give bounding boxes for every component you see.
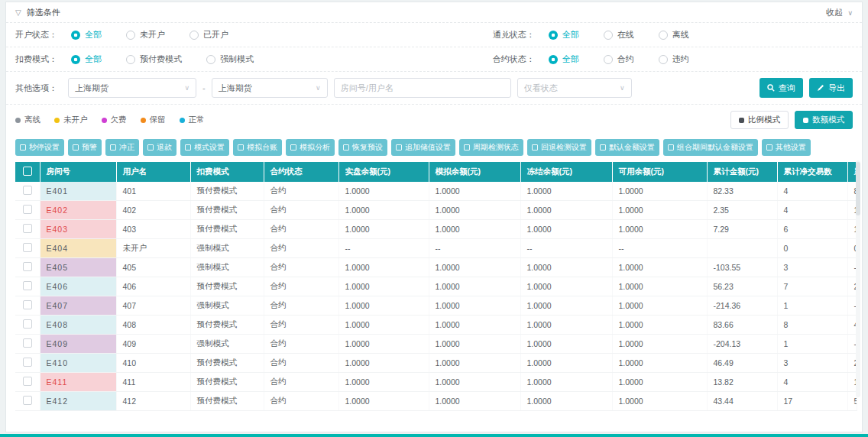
vertical-scrollbar[interactable] [856,160,860,397]
row-checkbox[interactable] [23,358,32,367]
fee-mode-cell: 强制模式 [190,258,264,277]
row-checkbox[interactable] [23,205,32,214]
balance-1-cell: 1.0000 [338,182,429,201]
radio-icon [71,55,80,64]
accounts-table: 房间号用户名扣费模式合约状态实盘余额(元)模拟余额(元)冻结余额(元)可用余额(… [15,162,857,411]
search-icon [767,84,775,92]
toolbar-button[interactable]: 默认金额设置 [595,139,659,156]
balance-2-cell: 1.0000 [429,316,520,335]
total-amount-cell: -103.55 [707,258,777,277]
radio-icon [549,31,558,40]
total-amount-cell: 46.49 [707,354,777,373]
legend-label: 未开户 [63,115,88,125]
scrollbar-thumb[interactable] [856,162,860,215]
radio-option[interactable]: 违约 [659,53,689,65]
balance-2-cell: 1.0000 [429,354,520,373]
toolbar-button[interactable]: 秒停设置 [15,139,64,156]
row-checkbox-cell [15,239,40,258]
toolbar-button[interactable]: 恢复预设 [338,139,387,156]
toolbar-button[interactable]: 预警 [68,139,102,156]
table-header-row: 房间号用户名扣费模式合约状态实盘余额(元)模拟余额(元)冻结余额(元)可用余额(… [15,162,857,182]
radio-icon [604,31,613,40]
table-row: E405405强制模式合约1.00001.00001.00001.0000-10… [15,258,857,277]
row-checkbox[interactable] [23,243,32,252]
status-select[interactable]: 仅看状态 ∨ [517,78,632,98]
net-trade-count-cell: 3 [777,354,847,373]
radio-option-label: 违约 [672,53,689,65]
toolbar-button[interactable]: 追加储值设置 [391,139,455,156]
select-all-checkbox[interactable] [23,167,32,176]
toolbar-button[interactable]: 模式设置 [180,139,229,156]
row-checkbox[interactable] [23,377,32,386]
balance-4-cell: 1.0000 [612,373,707,392]
toolbar-button[interactable]: 回退检测设置 [527,139,591,156]
radio-option-label: 未开户 [140,29,165,40]
export-button[interactable]: 导出 [809,78,853,98]
row-checkbox[interactable] [23,319,32,329]
row-checkbox[interactable] [23,224,32,233]
exchange-select-1-value: 上海期货 [75,83,108,94]
total-amount-cell [707,239,777,258]
search-input[interactable] [334,78,511,98]
exchange-select-2[interactable]: 上海期货 ∨ [212,78,328,98]
balance-1-cell: 1.0000 [338,354,429,373]
toolbar-button[interactable]: 模拟分析 [286,139,335,156]
toolbar-button[interactable]: 组合期间默认金额设置 [663,139,758,156]
chevron-down-icon: ∨ [847,9,853,17]
toolbar-button[interactable]: 其他设置 [762,139,811,156]
view-mode-button[interactable]: 比例模式 [730,111,789,129]
row-checkbox[interactable] [23,262,32,271]
row-checkbox-cell [15,258,40,277]
total-amount-cell: 82.33 [707,182,777,201]
status-dot-icon [180,118,185,123]
radio-option[interactable]: 合约 [604,53,634,65]
row-checkbox[interactable] [23,396,32,405]
total-amount-cell: 7.29 [707,220,777,239]
row-checkbox[interactable] [23,300,32,309]
radio-option[interactable]: 未开户 [126,29,165,40]
radio-option[interactable]: 已开户 [189,29,228,40]
radio-option[interactable]: 全部 [549,53,579,65]
toolbar-button-label: 周期检测状态 [473,142,519,153]
row-checkbox[interactable] [23,338,32,348]
column-header: 累计净交易数 [777,162,847,182]
balance-1-cell: 1.0000 [338,296,429,316]
username-cell: 403 [116,220,190,239]
username-cell: 409 [116,335,190,354]
toolbar-button[interactable]: 冲正 [105,139,139,156]
radio-option[interactable]: 强制模式 [206,53,254,65]
balance-1-cell: 1.0000 [338,392,429,411]
contract-status-cell: 合约 [264,182,338,201]
query-button[interactable]: 查询 [760,78,803,98]
toolbar-button[interactable]: 周期检测状态 [459,139,523,156]
balance-2-cell: 1.0000 [429,201,520,220]
radio-option[interactable]: 预付费模式 [126,53,182,65]
balance-1-cell: 1.0000 [338,220,429,239]
radio-option[interactable]: 全部 [549,29,579,40]
account-cell: E411 [40,373,116,392]
action-toolbar: 秒停设置预警冲正退款模式设置模拟台账模拟分析恢复预设追加储值设置周期检测状态回退… [6,135,862,160]
filter-label: 通兑状态： [493,29,535,40]
balance-3-cell: 1.0000 [520,220,612,239]
balance-2-cell: 1.0000 [429,258,520,277]
table-row: E407407强制模式合约1.00001.00001.00001.0000-21… [15,296,857,316]
row-checkbox[interactable] [23,281,32,290]
filter-label: 开户状态： [15,29,57,40]
radio-option[interactable]: 全部 [71,29,102,40]
filter-label: 合约状态： [493,53,535,65]
exchange-select-1[interactable]: 上海期货 ∨ [68,78,196,98]
radio-option[interactable]: 离线 [659,29,689,40]
username-cell: 408 [116,316,190,335]
toolbar-button-label: 组合期间默认金额设置 [677,142,753,153]
view-mode-button[interactable]: 数额模式 [795,111,853,129]
toolbar-button-icon [147,144,154,151]
toolbar-button[interactable]: 退款 [143,139,177,156]
row-checkbox[interactable] [23,186,32,195]
radio-option[interactable]: 在线 [604,29,634,40]
row-checkbox-cell [15,296,40,316]
collapse-button[interactable]: 收起 ∨ [826,7,853,18]
balance-4-cell: 1.0000 [612,392,707,411]
table-row: E408408预付费模式合约1.00001.00001.00001.000083… [15,316,857,335]
toolbar-button[interactable]: 模拟台账 [233,139,282,156]
radio-option[interactable]: 全部 [71,53,102,65]
